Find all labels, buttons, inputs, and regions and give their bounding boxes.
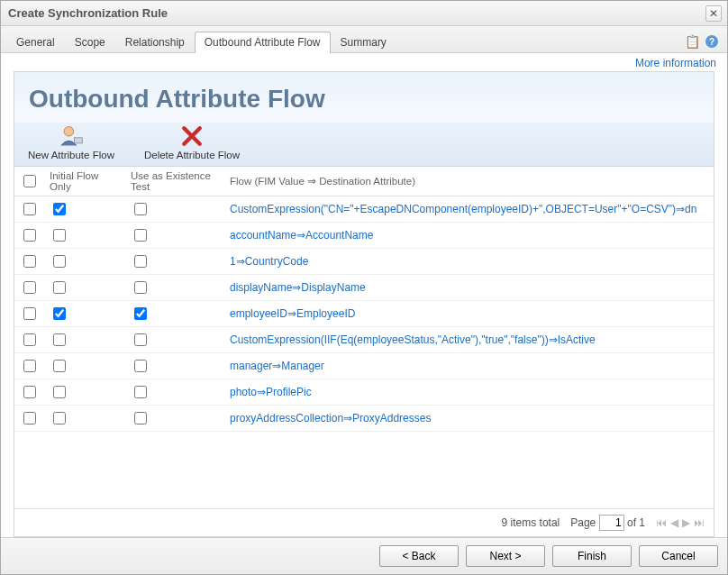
table-row[interactable]: displayName⇒DisplayName <box>14 275 714 301</box>
row-select-checkbox[interactable] <box>23 255 36 268</box>
titlebar: Create Synchronization Rule ✕ <box>1 1 727 26</box>
close-button[interactable]: ✕ <box>705 5 722 22</box>
tab-scope[interactable]: Scope <box>65 32 115 53</box>
flow-link[interactable]: displayName⇒DisplayName <box>230 281 366 294</box>
initial-flow-only-checkbox[interactable] <box>53 255 66 268</box>
initial-flow-only-checkbox[interactable] <box>53 412 66 424</box>
flow-link[interactable]: photo⇒ProfilePic <box>230 386 312 398</box>
tab-outbound-attribute-flow[interactable]: Outbound Attribute Flow <box>195 32 331 53</box>
row-select-checkbox[interactable] <box>23 203 36 215</box>
pager: 9 items total Page of 1 ⏮ ◀ ▶ ⏭ <box>14 508 714 536</box>
initial-flow-only-checkbox[interactable] <box>53 203 66 215</box>
use-as-existence-test-checkbox[interactable] <box>134 255 147 268</box>
flow-link[interactable]: 1⇒CountryCode <box>230 255 308 268</box>
row-select-checkbox[interactable] <box>23 333 36 346</box>
clipboard-icon[interactable]: 📋 <box>685 34 700 49</box>
use-as-existence-test-checkbox[interactable] <box>134 412 147 424</box>
content: Outbound Attribute Flow New Attribute Fl… <box>1 69 727 537</box>
more-info-row: More information <box>1 53 727 69</box>
help-icon[interactable]: ? <box>705 35 718 48</box>
col-use-as-existence-test: Use as Existence Test <box>125 167 224 196</box>
attribute-flow-panel: Outbound Attribute Flow New Attribute Fl… <box>14 71 714 537</box>
table-row[interactable]: photo⇒ProfilePic <box>14 379 714 406</box>
row-select-checkbox[interactable] <box>23 412 36 424</box>
use-as-existence-test-checkbox[interactable] <box>134 333 147 346</box>
close-icon: ✕ <box>709 7 718 20</box>
toolbar: New Attribute Flow Delete Attribute Flow <box>14 123 714 167</box>
tab-general[interactable]: General <box>6 32 65 53</box>
use-as-existence-test-checkbox[interactable] <box>134 203 147 215</box>
svg-rect-1 <box>75 138 83 143</box>
dialog: Create Synchronization Rule ✕ General Sc… <box>0 0 728 575</box>
next-button[interactable]: Next > <box>466 545 545 567</box>
new-attribute-flow-label: New Attribute Flow <box>28 150 114 160</box>
table-row[interactable]: accountName⇒AccountName <box>14 223 714 249</box>
attribute-flow-grid: Initial Flow Only Use as Existence Test … <box>14 167 714 508</box>
finish-button[interactable]: Finish <box>552 545 632 567</box>
cancel-button[interactable]: Cancel <box>639 545 718 567</box>
page-input[interactable] <box>599 515 624 531</box>
more-information-link[interactable]: More information <box>635 57 716 69</box>
items-total: 9 items total <box>502 516 560 529</box>
use-as-existence-test-checkbox[interactable] <box>134 386 147 398</box>
use-as-existence-test-checkbox[interactable] <box>134 307 147 320</box>
back-button[interactable]: < Back <box>379 545 459 567</box>
page-label-suffix: of 1 <box>627 516 645 529</box>
initial-flow-only-checkbox[interactable] <box>53 360 66 372</box>
pager-nav: ⏮ ◀ ▶ ⏭ <box>656 516 705 529</box>
table-row[interactable]: CustomExpression("CN="+EscapeDNComponent… <box>14 196 714 223</box>
panel-heading: Outbound Attribute Flow <box>14 72 714 123</box>
attribute-flow-table: Initial Flow Only Use as Existence Test … <box>14 167 714 432</box>
table-row[interactable]: manager⇒Manager <box>14 353 714 379</box>
initial-flow-only-checkbox[interactable] <box>53 229 66 242</box>
tab-relationship[interactable]: Relationship <box>115 32 195 53</box>
first-page-icon[interactable]: ⏮ <box>656 516 667 529</box>
row-select-checkbox[interactable] <box>23 386 36 398</box>
tabbar: General Scope Relationship Outbound Attr… <box>1 26 727 53</box>
svg-point-0 <box>64 127 74 137</box>
row-select-checkbox[interactable] <box>23 307 36 320</box>
col-initial-flow-only: Initial Flow Only <box>44 167 125 196</box>
wizard-footer: < Back Next > Finish Cancel <box>1 537 727 574</box>
initial-flow-only-checkbox[interactable] <box>53 386 66 398</box>
flow-link[interactable]: manager⇒Manager <box>230 360 324 372</box>
use-as-existence-test-checkbox[interactable] <box>134 360 147 372</box>
delete-attribute-flow-button[interactable]: Delete Attribute Flow <box>142 123 241 160</box>
new-attribute-flow-button[interactable]: New Attribute Flow <box>22 123 121 160</box>
last-page-icon[interactable]: ⏭ <box>694 516 705 529</box>
select-all-checkbox[interactable] <box>23 175 36 187</box>
table-row[interactable]: proxyAddressCollection⇒ProxyAddresses <box>14 406 714 432</box>
row-select-checkbox[interactable] <box>23 281 36 294</box>
initial-flow-only-checkbox[interactable] <box>53 333 66 346</box>
page-label-prefix: Page <box>570 516 596 529</box>
flow-link[interactable]: accountName⇒AccountName <box>230 229 373 242</box>
tabbar-actions: 📋 ? <box>685 34 722 52</box>
table-row[interactable]: employeeID⇒EmployeeID <box>14 301 714 327</box>
user-add-icon <box>59 123 84 150</box>
col-flow: Flow (FIM Value ⇒ Destination Attribute) <box>224 167 714 196</box>
prev-page-icon[interactable]: ◀ <box>670 516 678 529</box>
flow-link[interactable]: proxyAddressCollection⇒ProxyAddresses <box>230 412 431 424</box>
flow-link[interactable]: employeeID⇒EmployeeID <box>230 307 355 320</box>
table-row[interactable]: 1⇒CountryCode <box>14 249 714 275</box>
next-page-icon[interactable]: ▶ <box>682 516 690 529</box>
use-as-existence-test-checkbox[interactable] <box>134 281 147 294</box>
delete-icon <box>179 123 205 150</box>
row-select-checkbox[interactable] <box>23 229 36 242</box>
initial-flow-only-checkbox[interactable] <box>53 281 66 294</box>
tab-summary[interactable]: Summary <box>331 32 396 53</box>
flow-link[interactable]: CustomExpression(IIF(Eq(employeeStatus,"… <box>230 333 596 346</box>
flow-link[interactable]: CustomExpression("CN="+EscapeDNComponent… <box>230 203 696 215</box>
use-as-existence-test-checkbox[interactable] <box>134 229 147 242</box>
initial-flow-only-checkbox[interactable] <box>53 307 66 320</box>
dialog-title: Create Synchronization Rule <box>8 6 705 20</box>
delete-attribute-flow-label: Delete Attribute Flow <box>144 150 240 160</box>
table-row[interactable]: CustomExpression(IIF(Eq(employeeStatus,"… <box>14 327 714 353</box>
row-select-checkbox[interactable] <box>23 360 36 372</box>
